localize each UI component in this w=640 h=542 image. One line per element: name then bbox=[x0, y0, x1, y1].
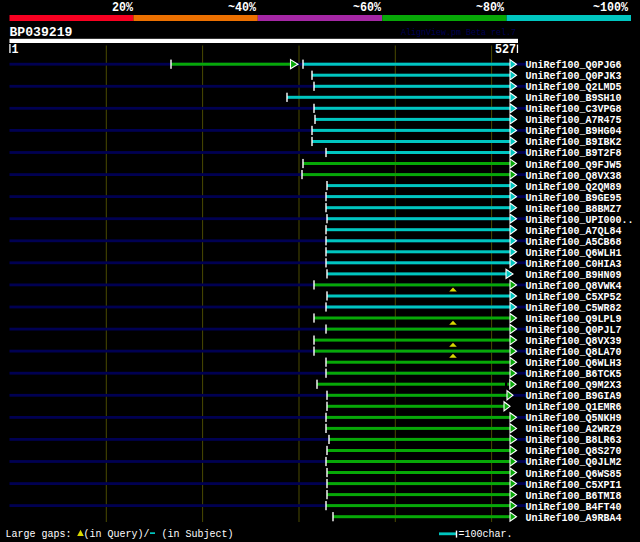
svg-text:(in Subject): (in Subject) bbox=[162, 528, 234, 540]
svg-text:1: 1 bbox=[12, 43, 19, 57]
svg-text:527: 527 bbox=[495, 43, 516, 57]
svg-text:(in Query)/: (in Query)/ bbox=[84, 528, 150, 540]
svg-text:Large gaps:: Large gaps: bbox=[6, 528, 72, 540]
svg-text:UniRef100_A9RBA4: UniRef100_A9RBA4 bbox=[526, 512, 622, 524]
svg-text:~40%: ~40% bbox=[228, 0, 256, 15]
svg-text:AlignView.pm Beta rel.7: AlignView.pm Beta rel.7 bbox=[401, 28, 516, 38]
svg-text:20%: 20% bbox=[112, 0, 133, 15]
svg-text:~100%: ~100% bbox=[593, 0, 628, 15]
svg-text:=100char.: =100char. bbox=[459, 528, 513, 540]
svg-text:~80%: ~80% bbox=[476, 0, 504, 15]
svg-text:BP039219: BP039219 bbox=[10, 25, 73, 40]
svg-text:~60%: ~60% bbox=[353, 0, 381, 15]
